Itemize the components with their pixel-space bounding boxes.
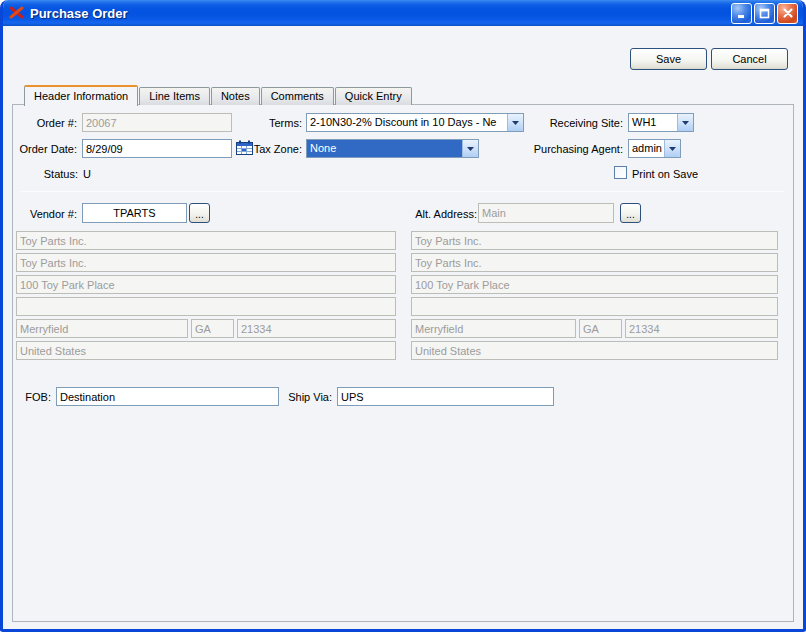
- tab-notes[interactable]: Notes: [211, 87, 260, 105]
- vendor-address-city-input: [16, 319, 188, 338]
- ship-via-label: Ship Via:: [272, 390, 332, 404]
- purchasing-agent-value: admin: [629, 140, 664, 157]
- header-information-panel: Order #: Terms: 2-10N30-2% Discount in 1…: [12, 104, 794, 622]
- dropdown-arrow-icon[interactable]: [677, 114, 693, 131]
- close-button[interactable]: [777, 3, 798, 24]
- maximize-button[interactable]: [754, 3, 775, 24]
- terms-combobox[interactable]: 2-10N30-2% Discount in 10 Days - Ne: [306, 113, 524, 132]
- alt-address-city-input: [411, 319, 576, 338]
- tax-zone-combobox[interactable]: None: [306, 139, 479, 158]
- maximize-icon: [759, 8, 770, 19]
- alt-address-name-input: [411, 231, 778, 250]
- fob-label: FOB:: [16, 390, 51, 404]
- tab-bar: Header Information Line Items Notes Comm…: [24, 84, 413, 105]
- alt-address-line2-input: [411, 275, 778, 294]
- alt-address-line3-input: [411, 297, 778, 316]
- vendor-lookup-button[interactable]: ...: [189, 203, 210, 223]
- ship-via-input[interactable]: [337, 387, 554, 406]
- purchase-order-window: Purchase Order Save Cancel Header Inform…: [0, 0, 806, 632]
- alt-address-state-input: [579, 319, 622, 338]
- alt-address-label: Alt. Address:: [393, 207, 477, 221]
- app-icon: [9, 5, 25, 21]
- print-on-save-checkbox[interactable]: [614, 166, 627, 179]
- tab-quick-entry[interactable]: Quick Entry: [335, 87, 412, 105]
- dropdown-arrow-icon[interactable]: [664, 140, 680, 157]
- dropdown-arrow-icon[interactable]: [462, 140, 478, 157]
- tax-zone-value: None: [307, 140, 462, 157]
- vendor-address-country-input: [16, 341, 396, 360]
- fob-input[interactable]: [56, 387, 279, 406]
- vendor-address-name-input: [16, 231, 396, 250]
- print-on-save-label: Print on Save: [632, 167, 698, 181]
- vendor-address-state-input: [191, 319, 234, 338]
- alt-address-country-input: [411, 341, 778, 360]
- vendor-number-input[interactable]: [82, 203, 187, 223]
- purchasing-agent-label: Purchasing Agent:: [513, 142, 623, 156]
- window-title: Purchase Order: [30, 6, 726, 21]
- vendor-address-line2-input: [16, 275, 396, 294]
- vendor-address-postal-input: [237, 319, 396, 338]
- terms-value: 2-10N30-2% Discount in 10 Days - Ne: [307, 114, 507, 131]
- alt-address-lookup-button[interactable]: ...: [620, 203, 641, 223]
- title-bar[interactable]: Purchase Order: [3, 0, 803, 26]
- purchasing-agent-combobox[interactable]: admin: [628, 139, 681, 158]
- vendor-address-line3-input: [16, 297, 396, 316]
- status-value: U: [83, 167, 91, 181]
- alt-address-input: [478, 203, 614, 223]
- tab-line-items[interactable]: Line Items: [139, 87, 210, 105]
- save-button[interactable]: Save: [630, 48, 707, 70]
- alt-address-line1-input: [411, 253, 778, 272]
- minimize-button[interactable]: [731, 3, 752, 24]
- receiving-site-label: Receiving Site:: [513, 116, 623, 130]
- tab-comments[interactable]: Comments: [261, 87, 334, 105]
- cancel-button[interactable]: Cancel: [711, 48, 788, 70]
- dialog-body: Save Cancel Header Information Line Item…: [3, 26, 803, 629]
- order-number-input: [82, 113, 232, 132]
- vendor-number-label: Vendor #:: [13, 207, 77, 221]
- minimize-icon: [736, 8, 747, 19]
- status-label: Status:: [13, 167, 78, 181]
- terms-label: Terms:: [232, 116, 302, 130]
- tab-header-information[interactable]: Header Information: [24, 85, 138, 106]
- window-controls: [731, 3, 798, 24]
- close-icon: [782, 7, 794, 19]
- alt-address-postal-input: [625, 319, 778, 338]
- order-number-label: Order #:: [13, 116, 77, 130]
- tax-zone-label: Tax Zone:: [242, 142, 302, 156]
- receiving-site-value: WH1: [629, 114, 677, 131]
- receiving-site-combobox[interactable]: WH1: [628, 113, 694, 132]
- vendor-address-line1-input: [16, 253, 396, 272]
- order-date-label: Order Date:: [13, 142, 77, 156]
- separator: [21, 191, 785, 192]
- order-date-input[interactable]: [82, 139, 232, 158]
